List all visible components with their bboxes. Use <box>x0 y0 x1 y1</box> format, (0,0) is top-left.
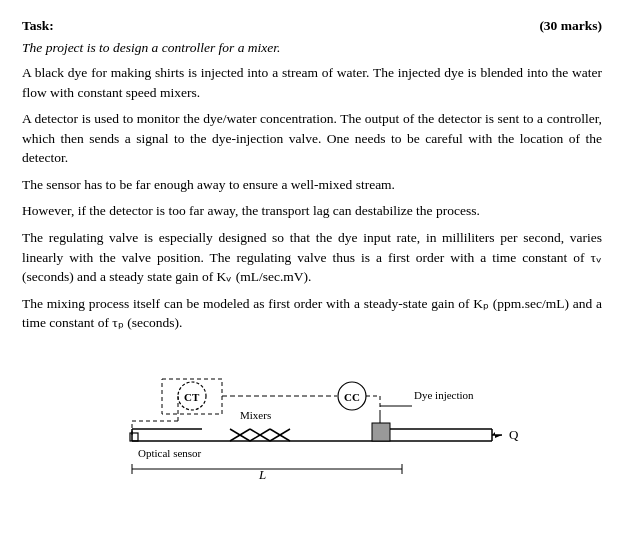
dye-injection-label: Dye injection <box>414 389 474 401</box>
optical-sensor-label: Optical sensor <box>138 447 202 459</box>
mixers-label: Mixers <box>240 409 271 421</box>
paragraph-5: The regulating valve is especially desig… <box>22 228 602 287</box>
diagram: Q Optical sensor CT CC Dye i <box>102 351 522 481</box>
task-label: Task: <box>22 18 54 34</box>
cc-label: CC <box>344 391 360 403</box>
diagram-container: Q Optical sensor CT CC Dye i <box>22 351 602 481</box>
paragraph-4: However, if the detector is too far away… <box>22 201 602 221</box>
ct-label: CT <box>184 391 200 403</box>
subtitle: The project is to design a controller fo… <box>22 40 602 56</box>
diagram-svg: Q Optical sensor CT CC Dye i <box>102 351 522 481</box>
paragraph-2: A detector is used to monitor the dye/wa… <box>22 109 602 168</box>
l-label: L <box>258 467 266 482</box>
q-label: Q <box>509 427 519 442</box>
marks-label: (30 marks) <box>539 18 602 34</box>
paragraph-1: A black dye for making shirts is injecte… <box>22 63 602 102</box>
paragraph-3: The sensor has to be far enough away to … <box>22 175 602 195</box>
paragraph-6: The mixing process itself can be modeled… <box>22 294 602 333</box>
svg-rect-7 <box>130 433 138 441</box>
svg-rect-18 <box>372 423 390 441</box>
